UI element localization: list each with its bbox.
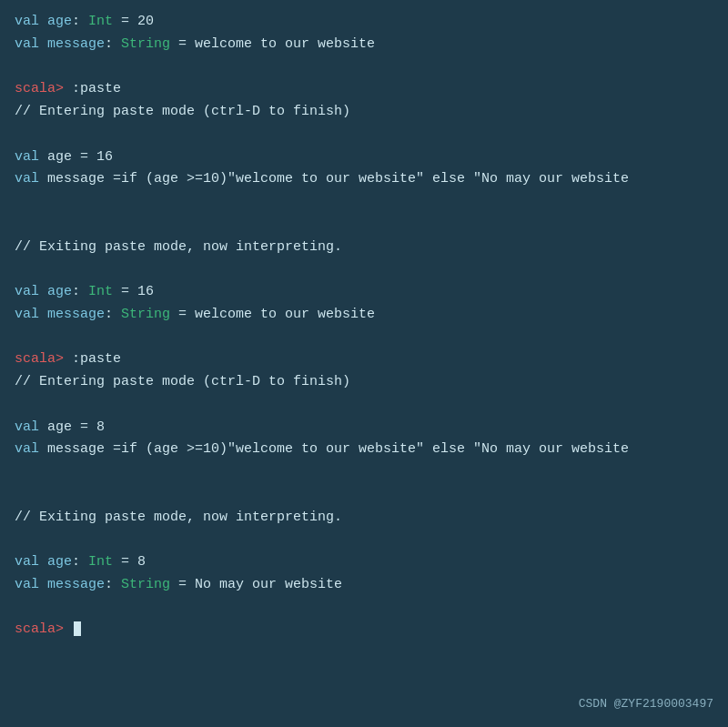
- kw-10: val: [15, 577, 39, 592]
- type-int-2: Int: [88, 284, 113, 299]
- kw-6: val: [15, 307, 39, 322]
- kw-5: val: [15, 284, 39, 299]
- prompt-line-3[interactable]: scala>: [15, 619, 713, 641]
- line-val-age-int-16: val age: Int = 16: [15, 281, 713, 304]
- line-2: val message: String = welcome to our web…: [15, 34, 713, 56]
- kw-9: val: [15, 554, 39, 570]
- kw-4: val: [15, 171, 39, 187]
- kw-val-2: val: [15, 36, 39, 52]
- line-if-1: val message =if (age >=10)"welcome to ou…: [15, 168, 713, 191]
- prompt-line-1: scala> :paste: [15, 78, 713, 101]
- kw-7: val: [15, 419, 39, 435]
- type-string-3: String: [121, 577, 170, 592]
- cmd-1: :paste: [64, 81, 121, 96]
- blank-9: [15, 484, 713, 507]
- blank-7: [15, 394, 713, 417]
- var-age-3: age: [47, 554, 72, 570]
- terminal: val age: Int = 20 val message: String = …: [15, 11, 713, 716]
- comment-text-1: // Entering paste mode (ctrl-D to finish…: [15, 104, 350, 119]
- line-1: val age: Int = 20: [15, 11, 713, 34]
- var-age-2: age: [47, 284, 72, 299]
- var-message-3: message: [47, 577, 105, 592]
- blank-5: [15, 258, 713, 281]
- type-int-1: Int: [88, 14, 113, 29]
- blank-8: [15, 461, 713, 484]
- line-if-2: val message =if (age >=10)"welcome to ou…: [15, 439, 713, 461]
- type-int-3: Int: [88, 554, 113, 570]
- kw-3: val: [15, 149, 39, 165]
- cursor: [74, 621, 81, 636]
- prompt-1: scala>: [15, 81, 64, 96]
- comment-text-3: // Entering paste mode (ctrl-D to finish…: [15, 374, 350, 389]
- comment-entering-1: // Entering paste mode (ctrl-D to finish…: [15, 101, 713, 124]
- line-val-msg-16: val message: String = welcome to our web…: [15, 304, 713, 327]
- var-age-1: age: [47, 14, 72, 29]
- comment-text-2: // Exiting paste mode, now interpreting.: [15, 239, 342, 255]
- kw-val: val: [15, 14, 39, 29]
- blank-10: [15, 529, 713, 551]
- blank-3: [15, 191, 713, 214]
- watermark: CSDN @ZYF2190003497: [579, 695, 713, 714]
- prompt-2: scala>: [15, 351, 64, 367]
- line-val-age-int-8: val age: Int = 8: [15, 551, 713, 574]
- cmd-2: :paste: [64, 351, 121, 367]
- comment-text-4: // Exiting paste mode, now interpreting.: [15, 510, 342, 525]
- line-val-age-16: val age = 16: [15, 146, 713, 169]
- kw-8: val: [15, 441, 39, 457]
- var-message-2: message: [47, 307, 105, 322]
- prompt-line-2: scala> :paste: [15, 348, 713, 371]
- var-message-1: message: [47, 36, 105, 52]
- type-string-1: String: [121, 36, 170, 52]
- blank-1: [15, 56, 713, 79]
- blank-4: [15, 214, 713, 237]
- blank-6: [15, 327, 713, 349]
- comment-exiting-2: // Exiting paste mode, now interpreting.: [15, 507, 713, 530]
- blank-11: [15, 597, 713, 620]
- type-string-2: String: [121, 307, 170, 322]
- prompt-3: scala>: [15, 621, 64, 637]
- line-val-msg-no: val message: String = No may our website: [15, 574, 713, 597]
- blank-2: [15, 124, 713, 146]
- line-val-age-8: val age = 8: [15, 417, 713, 439]
- comment-entering-2: // Entering paste mode (ctrl-D to finish…: [15, 371, 713, 394]
- comment-exiting-1: // Exiting paste mode, now interpreting.: [15, 237, 713, 259]
